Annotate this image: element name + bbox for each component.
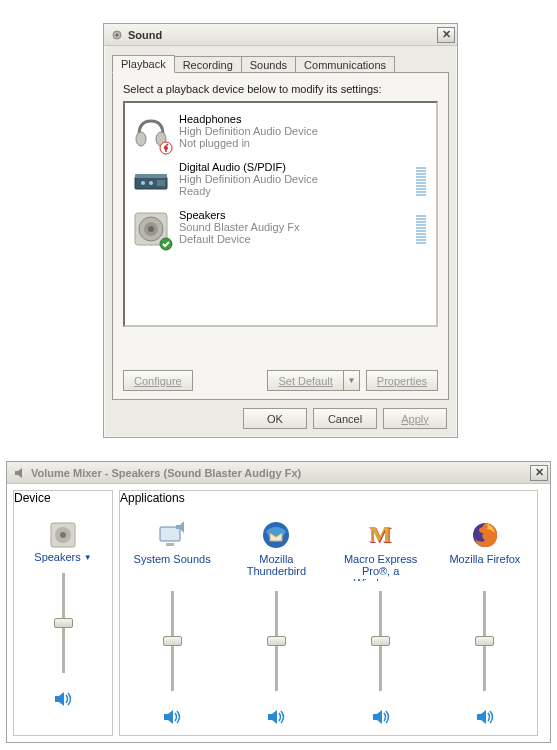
- apply-button[interactable]: Apply: [383, 408, 447, 429]
- app-mute-button[interactable]: [473, 705, 497, 729]
- app-volume-slider[interactable]: [483, 591, 486, 691]
- cancel-button[interactable]: Cancel: [313, 408, 377, 429]
- unplugged-badge-icon: [159, 141, 173, 155]
- mixer-app-item: System Sounds: [120, 515, 224, 749]
- mixer-app-item: MMMacro Express Pro®, a Windows...: [329, 515, 433, 749]
- mixer-app-label[interactable]: Macro Express Pro®, a Windows...: [336, 553, 426, 581]
- svg-point-5: [164, 146, 168, 150]
- headphones-icon: [131, 113, 171, 153]
- macro-express-icon[interactable]: MM: [365, 519, 397, 551]
- device-level-meter: [416, 164, 426, 196]
- tab-playback[interactable]: Playback: [112, 55, 175, 73]
- thunderbird-icon[interactable]: [260, 519, 292, 551]
- device-subtitle: Sound Blaster Audigy Fx: [179, 221, 408, 233]
- playback-panel: Select a playback device below to modify…: [112, 72, 449, 400]
- sound-titlebar[interactable]: Sound ✕: [104, 24, 457, 46]
- playback-device-list[interactable]: Headphones High Definition Audio Device …: [123, 101, 438, 327]
- svg-text:M: M: [368, 521, 391, 547]
- mixer-window-title: Volume Mixer - Speakers (Sound Blaster A…: [31, 467, 530, 479]
- device-group: Device Speakers ▼: [13, 490, 113, 736]
- configure-button[interactable]: Configure: [123, 370, 193, 391]
- tab-sounds[interactable]: Sounds: [241, 56, 296, 73]
- mixer-titlebar[interactable]: Volume Mixer - Speakers (Sound Blaster A…: [7, 462, 550, 484]
- svg-rect-20: [166, 543, 174, 546]
- speaker-gray-icon[interactable]: [47, 519, 79, 551]
- svg-point-8: [141, 181, 145, 185]
- firefox-icon[interactable]: [469, 519, 501, 551]
- device-row-speakers[interactable]: Speakers Sound Blaster Audigy Fx Default…: [129, 205, 432, 253]
- app-volume-slider[interactable]: [275, 591, 278, 691]
- tab-communications[interactable]: Communications: [295, 56, 395, 73]
- slider-thumb[interactable]: [371, 636, 390, 646]
- device-subtitle: High Definition Audio Device: [179, 173, 408, 185]
- svg-rect-19: [160, 527, 180, 541]
- ok-button[interactable]: OK: [243, 408, 307, 429]
- sound-tabs: Playback Recording Sounds Communications: [112, 54, 449, 72]
- speaker-icon: [13, 466, 27, 480]
- applications-group: Applications System SoundsMozilla Thunde…: [119, 490, 538, 736]
- slider-thumb[interactable]: [163, 636, 182, 646]
- device-group-label: Device: [14, 491, 51, 505]
- device-mute-button[interactable]: [51, 687, 75, 711]
- svg-point-9: [149, 181, 153, 185]
- mixer-app-label[interactable]: System Sounds: [127, 553, 217, 581]
- speaker-cone-icon: [131, 209, 171, 249]
- sound-dialog: Sound ✕ Playback Recording Sounds Commun…: [103, 23, 458, 438]
- mixer-app-label[interactable]: Mozilla Thunderbird: [231, 553, 321, 581]
- set-default-button[interactable]: Set Default: [267, 370, 343, 391]
- properties-button[interactable]: Properties: [366, 370, 438, 391]
- set-default-dropdown[interactable]: ▼: [344, 370, 360, 391]
- device-status: Not plugged in: [179, 137, 430, 149]
- sound-title-icon: [110, 28, 124, 42]
- playback-instruction: Select a playback device below to modify…: [123, 83, 438, 95]
- spdif-icon: [131, 161, 171, 201]
- mixer-device-label[interactable]: Speakers ▼: [34, 551, 91, 563]
- tab-recording[interactable]: Recording: [174, 56, 242, 73]
- device-volume-slider[interactable]: [62, 573, 65, 673]
- svg-point-2: [136, 132, 146, 146]
- device-status: Default Device: [179, 233, 408, 245]
- mixer-device-item: Speakers ▼: [14, 515, 112, 749]
- device-row-headphones[interactable]: Headphones High Definition Audio Device …: [129, 109, 432, 157]
- mixer-dialog: Volume Mixer - Speakers (Sound Blaster A…: [6, 461, 551, 743]
- device-name: Headphones: [179, 113, 430, 125]
- apps-group-label: Applications: [120, 491, 185, 505]
- close-button[interactable]: ✕: [530, 465, 548, 481]
- svg-point-18: [60, 532, 66, 538]
- device-name: Digital Audio (S/PDIF): [179, 161, 408, 173]
- slider-thumb[interactable]: [475, 636, 494, 646]
- mixer-app-item: Mozilla Thunderbird: [224, 515, 328, 749]
- device-subtitle: High Definition Audio Device: [179, 125, 430, 137]
- mixer-app-label[interactable]: Mozilla Firefox: [440, 553, 530, 581]
- svg-rect-10: [157, 180, 165, 186]
- sound-window-title: Sound: [128, 29, 437, 41]
- app-volume-slider[interactable]: [379, 591, 382, 691]
- device-level-meter: [416, 212, 426, 244]
- device-status: Ready: [179, 185, 408, 197]
- default-check-icon: [159, 237, 173, 251]
- system-sounds-icon[interactable]: [156, 519, 188, 551]
- svg-point-14: [148, 226, 154, 232]
- slider-thumb[interactable]: [54, 618, 73, 628]
- svg-point-1: [116, 33, 119, 36]
- svg-rect-7: [135, 174, 167, 178]
- slider-thumb[interactable]: [267, 636, 286, 646]
- chevron-down-icon: ▼: [84, 553, 92, 562]
- app-volume-slider[interactable]: [171, 591, 174, 691]
- app-mute-button[interactable]: [369, 705, 393, 729]
- app-mute-button[interactable]: [264, 705, 288, 729]
- close-button[interactable]: ✕: [437, 27, 455, 43]
- app-mute-button[interactable]: [160, 705, 184, 729]
- mixer-app-item: Mozilla Firefox: [433, 515, 537, 749]
- device-name: Speakers: [179, 209, 408, 221]
- device-row-spdif[interactable]: Digital Audio (S/PDIF) High Definition A…: [129, 157, 432, 205]
